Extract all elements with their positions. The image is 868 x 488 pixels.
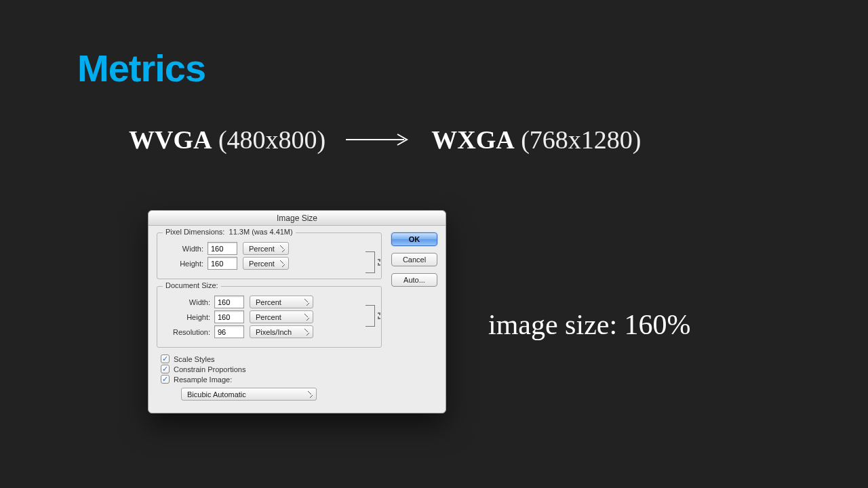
- resample-image-checkbox[interactable]: ✓: [161, 375, 170, 384]
- resolution-unit-select[interactable]: Pixels/Inch: [250, 325, 313, 338]
- resolution-input[interactable]: [214, 325, 244, 338]
- doc-height-label: Height:: [164, 313, 214, 321]
- scale-styles-label: Scale Styles: [174, 355, 215, 363]
- chain-link-icon: [376, 312, 382, 320]
- doc-width-unit-select[interactable]: Percent: [250, 296, 313, 308]
- chain-link-icon: [376, 258, 382, 266]
- pixel-dimensions-legend: Pixel Dimensions: 11.3M (was 4.41M): [163, 228, 296, 236]
- auto-button[interactable]: Auto...: [391, 273, 437, 287]
- constrain-proportions-checkbox[interactable]: ✓: [161, 365, 170, 373]
- pixel-width-unit-select[interactable]: Percent: [243, 242, 289, 255]
- doc-height-unit-select[interactable]: Percent: [250, 310, 313, 323]
- resolution-comparison: WVGA (480x800) WXGA (768x1280): [129, 125, 642, 155]
- resample-image-label: Resample Image:: [174, 375, 232, 384]
- constrain-proportions-label: Constrain Proportions: [174, 365, 245, 373]
- resample-method-select[interactable]: Bicubic Automatic: [181, 388, 317, 401]
- pixel-height-input[interactable]: [208, 257, 237, 270]
- ok-button[interactable]: OK: [391, 232, 437, 246]
- to-res-name: WXGA: [431, 125, 514, 154]
- resolution-label: Resolution:: [164, 328, 214, 336]
- doc-width-input[interactable]: [214, 296, 244, 308]
- pixel-width-label: Width:: [164, 245, 208, 253]
- scale-styles-checkbox[interactable]: ✓: [161, 354, 170, 363]
- image-size-dialog: Image Size Pixel Dimensions: 11.3M (was …: [148, 210, 446, 413]
- arrow-icon: [344, 131, 412, 148]
- document-size-legend: Document Size:: [163, 281, 221, 289]
- slide-title: Metrics: [77, 46, 205, 90]
- pixel-summary: 11.3M (was 4.41M): [229, 228, 293, 236]
- from-res-dims: (480x800): [218, 125, 326, 154]
- link-bracket-icon: [366, 305, 375, 327]
- doc-width-label: Width:: [164, 298, 214, 306]
- pixel-legend-label: Pixel Dimensions:: [165, 228, 224, 236]
- doc-height-input[interactable]: [214, 310, 244, 323]
- dialog-title: Image Size: [149, 211, 446, 226]
- link-bracket-icon: [366, 251, 375, 273]
- to-res-dims: (768x1280): [521, 125, 641, 154]
- cancel-button[interactable]: Cancel: [391, 253, 437, 266]
- pixel-height-label: Height:: [164, 260, 208, 268]
- from-res-name: WVGA: [129, 125, 212, 154]
- pixel-height-unit-select[interactable]: Percent: [243, 257, 289, 270]
- document-size-group: Document Size: Width: Percent Height: Pe…: [157, 286, 382, 348]
- image-size-caption: image size: 160%: [488, 308, 691, 341]
- pixel-dimensions-group: Pixel Dimensions: 11.3M (was 4.41M) Widt…: [157, 232, 382, 279]
- pixel-width-input[interactable]: [208, 242, 237, 255]
